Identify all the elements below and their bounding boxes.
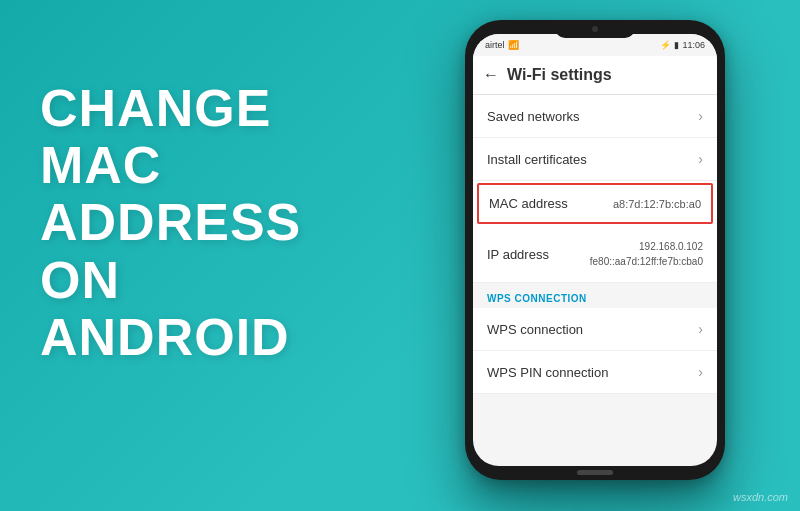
wps-chevron-1: ›	[698, 321, 703, 337]
menu-item-ip-address: IP address 192.168.0.102 fe80::aa7d:12ff…	[473, 226, 717, 283]
ip-v6: fe80::aa7d:12ff:fe7b:cba0	[590, 254, 703, 269]
signal-icons: 📶	[508, 40, 519, 50]
chevron-icon-2: ›	[698, 151, 703, 167]
chevron-icon: ›	[698, 108, 703, 124]
phone-wrapper: airtel 📶 ⚡ ▮ 11:06 ← Wi-Fi settings	[450, 20, 740, 490]
status-bar-right: ⚡ ▮ 11:06	[660, 40, 705, 50]
watermark: wsxdn.com	[733, 491, 788, 503]
heading-line2: ADDRESS ON	[40, 193, 301, 308]
mac-address-value: a8:7d:12:7b:cb:a0	[613, 198, 701, 210]
menu-item-mac-address[interactable]: MAC address a8:7d:12:7b:cb:a0	[477, 183, 713, 224]
home-button[interactable]	[577, 470, 613, 475]
menu-item-wps-connection[interactable]: WPS connection ›	[473, 308, 717, 351]
wps-chevron-2: ›	[698, 364, 703, 380]
phone-body: airtel 📶 ⚡ ▮ 11:06 ← Wi-Fi settings	[465, 20, 725, 480]
menu-item-wps-pin[interactable]: WPS PIN connection ›	[473, 351, 717, 394]
wps-section-header: WPS CONNECTION	[473, 283, 717, 308]
carrier-text: airtel	[485, 40, 505, 50]
heading-line1: CHANGE MAC	[40, 79, 271, 194]
ip-address-label: IP address	[487, 247, 549, 262]
phone-screen: airtel 📶 ⚡ ▮ 11:06 ← Wi-Fi settings	[473, 34, 717, 466]
bluetooth-icon: ⚡	[660, 40, 671, 50]
menu-item-saved-networks[interactable]: Saved networks ›	[473, 95, 717, 138]
install-certs-label: Install certificates	[487, 152, 587, 167]
menu-item-install-certs[interactable]: Install certificates ›	[473, 138, 717, 181]
wps-pin-label: WPS PIN connection	[487, 365, 608, 380]
back-button[interactable]: ←	[483, 66, 499, 84]
ip-address-value: 192.168.0.102 fe80::aa7d:12ff:fe7b:cba0	[590, 239, 703, 269]
battery-icon: ▮	[674, 40, 679, 50]
left-text-block: CHANGE MAC ADDRESS ON ANDROID	[40, 80, 380, 366]
mac-address-label: MAC address	[489, 196, 568, 211]
ip-v4: 192.168.0.102	[590, 239, 703, 254]
wps-connection-label: WPS connection	[487, 322, 583, 337]
status-bar-left: airtel 📶	[485, 40, 519, 50]
header-title: Wi-Fi settings	[507, 66, 612, 84]
menu-list: Saved networks › Install certificates › …	[473, 95, 717, 283]
wps-menu-list: WPS connection › WPS PIN connection ›	[473, 308, 717, 394]
phone-camera	[592, 26, 598, 32]
heading-line3: ANDROID	[40, 308, 290, 366]
main-heading: CHANGE MAC ADDRESS ON ANDROID	[40, 80, 380, 366]
time-display: 11:06	[682, 40, 705, 50]
wifi-header: ← Wi-Fi settings	[473, 56, 717, 95]
saved-networks-label: Saved networks	[487, 109, 580, 124]
